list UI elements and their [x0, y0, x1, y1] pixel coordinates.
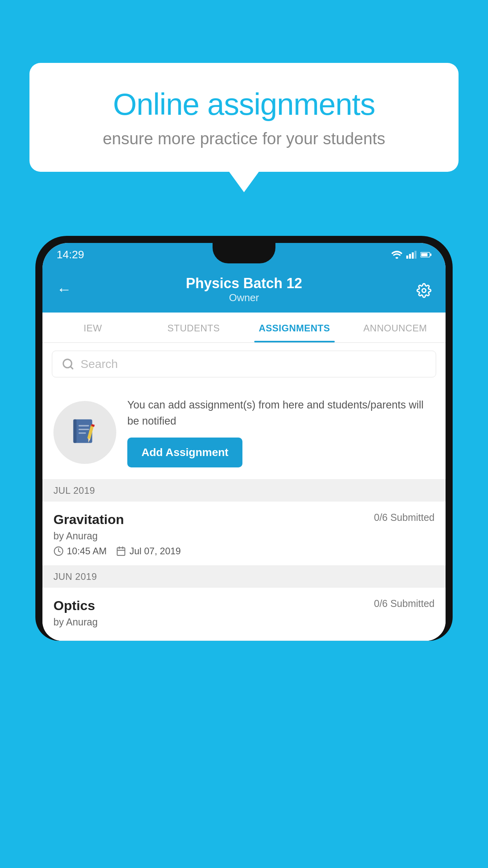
assignment-item-optics[interactable]: Optics 0/6 Submitted by Anurag	[42, 588, 446, 641]
section-jul-2019: JUL 2019	[42, 480, 446, 502]
svg-rect-1	[409, 254, 411, 259]
svg-point-7	[422, 289, 426, 292]
header-title: Physics Batch 12	[186, 275, 302, 292]
header-center: Physics Batch 12 Owner	[186, 275, 302, 304]
tab-assignments[interactable]: ASSIGNMENTS	[244, 313, 345, 342]
assignment-submitted-optics: 0/6 Submitted	[374, 598, 435, 609]
bubble-title: Online assignments	[57, 86, 431, 122]
assignment-meta-gravitation: 10:45 AM Jul 07, 2019	[53, 546, 435, 557]
header-subtitle: Owner	[186, 292, 302, 304]
svg-rect-19	[117, 548, 125, 555]
settings-icon[interactable]	[416, 281, 431, 298]
battery-icon	[420, 252, 431, 258]
svg-rect-11	[73, 419, 77, 443]
search-bar[interactable]: Search	[52, 351, 436, 377]
tab-students[interactable]: STUDENTS	[143, 313, 244, 342]
tabs-bar: IEW STUDENTS ASSIGNMENTS ANNOUNCEM	[42, 313, 446, 343]
promo-content: You can add assignment(s) from here and …	[127, 397, 435, 467]
section-label-jul: JUL 2019	[53, 485, 95, 496]
phone-container: 14:29	[35, 236, 453, 868]
wifi-icon	[391, 251, 402, 259]
svg-rect-5	[421, 253, 427, 256]
status-time: 14:29	[57, 248, 84, 261]
search-container: Search	[42, 343, 446, 385]
signal-icon	[406, 251, 416, 259]
svg-line-9	[70, 366, 73, 369]
status-icons	[391, 251, 431, 259]
notebook-icon	[69, 417, 101, 448]
section-jun-2019: JUN 2019	[42, 566, 446, 588]
promo-section: You can add assignment(s) from here and …	[42, 385, 446, 480]
svg-rect-12	[79, 425, 89, 426]
assignment-name-optics: Optics	[53, 598, 95, 613]
calendar-icon	[116, 546, 126, 556]
svg-rect-13	[79, 428, 89, 430]
assignment-row-top-optics: Optics 0/6 Submitted	[53, 598, 435, 613]
search-icon	[62, 358, 74, 370]
back-button[interactable]: ←	[57, 281, 72, 298]
status-bar: 14:29	[42, 243, 446, 267]
assignment-name-gravitation: Gravitation	[53, 512, 124, 527]
app-header: ← Physics Batch 12 Owner	[42, 267, 446, 313]
phone-outer-frame: 14:29	[35, 236, 453, 641]
speech-bubble-card: Online assignments ensure more practice …	[29, 63, 459, 172]
svg-rect-2	[412, 252, 414, 259]
assignment-by-optics: by Anurag	[53, 616, 435, 628]
section-label-jun: JUN 2019	[53, 571, 97, 582]
assignment-row-top: Gravitation 0/6 Submitted	[53, 512, 435, 527]
assignment-date-gravitation: Jul 07, 2019	[116, 546, 181, 557]
add-assignment-button[interactable]: Add Assignment	[127, 438, 242, 467]
bubble-subtitle: ensure more practice for your students	[57, 129, 431, 148]
clock-icon	[53, 546, 64, 556]
assignment-item-gravitation[interactable]: Gravitation 0/6 Submitted by Anurag 10:4…	[42, 502, 446, 566]
promo-description: You can add assignment(s) from here and …	[127, 397, 435, 429]
phone-inner-screen: 14:29	[42, 243, 446, 641]
svg-rect-0	[406, 256, 408, 259]
assignment-time-gravitation: 10:45 AM	[53, 546, 106, 557]
tab-iew[interactable]: IEW	[42, 313, 143, 342]
phone-notch	[213, 243, 275, 263]
svg-rect-14	[79, 432, 86, 434]
tab-announcements[interactable]: ANNOUNCEM	[345, 313, 446, 342]
search-placeholder: Search	[81, 357, 118, 371]
assignment-submitted-gravitation: 0/6 Submitted	[374, 512, 435, 523]
promo-icon-circle	[53, 401, 116, 464]
svg-rect-3	[415, 251, 416, 259]
assignment-by-gravitation: by Anurag	[53, 530, 435, 542]
svg-rect-6	[430, 254, 431, 256]
